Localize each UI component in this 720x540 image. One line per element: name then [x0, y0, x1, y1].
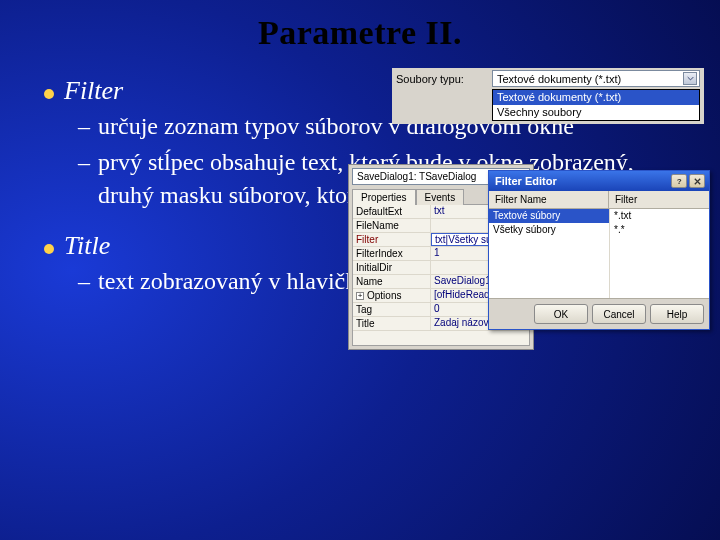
svg-text:?: ? — [676, 177, 681, 186]
bullet-icon — [44, 89, 54, 99]
prop-key: DefaultExt — [353, 205, 431, 218]
prop-key: + Options — [353, 289, 431, 302]
inspector-group: SaveDialog1: TSaveDialog Properties Even… — [348, 164, 710, 350]
filetype-dropdown-panel: Soubory typu: Textové dokumenty (*.txt) … — [392, 68, 704, 124]
filetype-option-0[interactable]: Textové dokumenty (*.txt) — [493, 90, 699, 105]
ok-button[interactable]: OK — [534, 304, 588, 324]
filtername-column: Textové súbory Všetky súbory — [489, 209, 609, 298]
heading-title: Title — [64, 231, 110, 261]
prop-key: Tag — [353, 303, 431, 316]
close-icon[interactable] — [689, 174, 705, 188]
filetype-selected: Textové dokumenty (*.txt) — [497, 73, 621, 85]
help-button[interactable]: Help — [650, 304, 704, 324]
chevron-down-icon[interactable] — [683, 72, 697, 85]
dash-icon: – — [78, 146, 90, 211]
filtermask-column: *.txt *.* — [609, 209, 709, 298]
prop-key: Filter — [353, 233, 431, 246]
help-icon[interactable]: ? — [671, 174, 687, 188]
filter-editor-titlebar: Filter Editor ? — [489, 171, 709, 191]
prop-key: FileName — [353, 219, 431, 232]
filetype-combo[interactable]: Textové dokumenty (*.txt) — [492, 70, 700, 87]
prop-key-text: Options — [367, 290, 401, 301]
filter-editor-dialog: Filter Editor ? Filter Name Filter Texto… — [488, 170, 710, 330]
filetype-options-list[interactable]: Textové dokumenty (*.txt) Všechny soubor… — [492, 89, 700, 121]
dash-icon: – — [78, 110, 90, 142]
prop-key: Title — [353, 317, 431, 330]
filetype-label: Soubory typu: — [396, 73, 486, 85]
slide-title: Parametre II. — [0, 0, 720, 52]
col-filtername: Filter Name — [489, 191, 609, 208]
filter-editor-body[interactable]: Textové súbory Všetky súbory *.txt *.* — [489, 209, 709, 298]
filter-editor-title: Filter Editor — [495, 175, 557, 187]
col-filter: Filter — [609, 191, 709, 208]
prop-key: FilterIndex — [353, 247, 431, 260]
filetype-row: Soubory typu: Textové dokumenty (*.txt) — [392, 68, 704, 89]
tab-properties[interactable]: Properties — [352, 189, 416, 205]
filtername-cell-0[interactable]: Textové súbory — [489, 209, 609, 223]
filtername-cell-1[interactable]: Všetky súbory — [489, 223, 609, 237]
cancel-button[interactable]: Cancel — [592, 304, 646, 324]
bullet-icon — [44, 244, 54, 254]
filter-editor-header: Filter Name Filter — [489, 191, 709, 209]
filter-editor-buttons: OK Cancel Help — [489, 298, 709, 329]
expand-icon[interactable]: + — [356, 292, 364, 300]
heading-filter: Filter — [64, 76, 123, 106]
prop-key: InitialDir — [353, 261, 431, 274]
component-combo-value: SaveDialog1: TSaveDialog — [357, 171, 476, 182]
prop-key: Name — [353, 275, 431, 288]
filetype-option-1[interactable]: Všechny soubory — [493, 105, 699, 120]
tab-events[interactable]: Events — [416, 189, 465, 205]
filtermask-cell-1[interactable]: *.* — [610, 223, 709, 237]
dash-icon: – — [78, 265, 90, 297]
window-controls: ? — [671, 174, 705, 188]
filtermask-cell-0[interactable]: *.txt — [610, 209, 709, 223]
